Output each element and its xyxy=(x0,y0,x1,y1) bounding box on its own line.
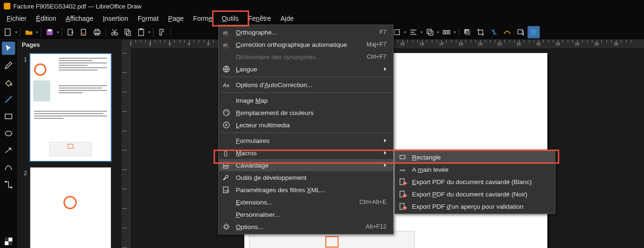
menu-item-label: Rectangle xyxy=(412,154,548,161)
abc-icon: ab xyxy=(222,27,231,37)
window-title: Facture F905EG53402.pdf — LibreOffice Dr… xyxy=(13,3,142,10)
page-thumbnail[interactable]: 1 xyxy=(21,54,119,161)
export-pdf-button[interactable]: PDF xyxy=(78,26,90,38)
menu-aide[interactable]: Aide xyxy=(276,13,298,24)
menu-item-label: Options... xyxy=(236,223,350,230)
fill-tool[interactable] xyxy=(2,76,15,89)
page-thumbnails: 1 2 xyxy=(18,50,122,248)
menu-affichage[interactable]: Affichage xyxy=(61,13,98,24)
menu-page[interactable]: Page xyxy=(163,13,188,24)
menu-item-export-pdf-d-un-aper-u-pour-validation[interactable]: PDFExport PDF d'un aperçu pour validatio… xyxy=(395,200,555,213)
new-doc-button[interactable] xyxy=(2,26,14,38)
menu-édition[interactable]: Édition xyxy=(31,13,61,24)
line-tool[interactable] xyxy=(2,93,15,106)
pdf-icon: PDF xyxy=(398,202,407,211)
menu-item-orthographe[interactable]: abOrthographe...F7 xyxy=(219,26,393,38)
menu-insertion[interactable]: Insertion xyxy=(98,13,133,24)
connector-tool[interactable] xyxy=(2,178,15,191)
menu-item-personnaliser[interactable]: Personnaliser... xyxy=(219,208,393,221)
menu-outils[interactable]: Outils xyxy=(217,13,243,24)
menu-item-remplacement-de-couleurs[interactable]: Remplacement de couleurs xyxy=(219,106,393,119)
submenu-arrow-icon xyxy=(384,163,386,167)
ellipse-tool[interactable] xyxy=(2,127,15,140)
xml-icon: XML xyxy=(222,185,231,195)
menu-item-a-main-lev-e[interactable]: A main levée xyxy=(395,163,555,176)
checker-tool[interactable] xyxy=(2,235,15,248)
page-number: 1 xyxy=(24,56,27,63)
print-button[interactable] xyxy=(91,26,103,38)
paste-button[interactable] xyxy=(135,26,147,38)
curve-tool[interactable] xyxy=(2,161,15,174)
play-icon xyxy=(222,120,231,130)
menu-fichier[interactable]: Fichier xyxy=(2,13,31,24)
svg-point-28 xyxy=(5,181,7,183)
svg-point-29 xyxy=(10,186,12,188)
extrusion-button[interactable] xyxy=(514,26,527,38)
arrow-tool[interactable] xyxy=(2,144,15,157)
menu-item-dictionnaire-des-synonymes: Dictionnaire des synonymes...Ctrl+F7 xyxy=(219,51,393,63)
gluepoints-button[interactable] xyxy=(501,26,513,38)
menu-item-export-pdf-du-document-caviard-blanc[interactable]: PDFExport PDF du document caviardé (Blan… xyxy=(395,176,555,188)
menu-item-label: Outils de développement xyxy=(236,174,386,181)
menu-item-accelerator: Alt+F12 xyxy=(366,223,386,230)
menu-item-extensions[interactable]: Extensions...Ctrl+Alt+E xyxy=(219,196,393,208)
menu-forme[interactable]: Forme xyxy=(188,13,217,24)
menu-item-options[interactable]: Options...Alt+F12 xyxy=(219,221,393,233)
menu-item-langue[interactable]: Langue xyxy=(219,63,393,75)
vertical-ruler xyxy=(122,48,131,248)
clone-format-button[interactable] xyxy=(156,26,168,38)
menu-item-caviardage[interactable]: Caviardage xyxy=(219,159,393,171)
svg-rect-32 xyxy=(9,241,12,245)
menu-item-correction-orthographique-automatique[interactable]: abCorrection orthographique automatiqueM… xyxy=(219,38,393,51)
menu-item-label: Langue xyxy=(236,66,371,73)
arrange-button[interactable] xyxy=(424,26,436,38)
svg-text:{}: {} xyxy=(224,150,228,157)
menu-item-label: Image Map xyxy=(236,97,386,104)
menu-fenêtre[interactable]: Fenêtre xyxy=(243,13,276,24)
filter-button[interactable] xyxy=(488,26,500,38)
svg-rect-22 xyxy=(465,30,470,35)
svg-point-47 xyxy=(224,225,228,228)
menu-item-options-d-autocorrection[interactable]: AaOptions d'AutoCorrection... xyxy=(219,79,393,91)
pages-header: Pages xyxy=(18,40,122,50)
submenu-arrow-icon xyxy=(384,139,386,142)
svg-rect-44 xyxy=(224,165,227,167)
export-button[interactable] xyxy=(64,26,77,38)
svg-rect-15 xyxy=(394,29,400,35)
svg-rect-13 xyxy=(140,28,142,30)
svg-rect-5 xyxy=(94,31,100,34)
svg-rect-12 xyxy=(139,29,144,35)
menu-item-lecteur-multimedia[interactable]: Lecteur multimedia xyxy=(219,119,393,131)
menu-item-export-pdf-du-document-caviard-noir[interactable]: PDFExport PDF du document caviardé (Noir… xyxy=(395,188,555,200)
menu-item-param-trages-des-filtres-xml[interactable]: XMLParamétrages des filtres XML... xyxy=(219,184,393,196)
shadow-button[interactable] xyxy=(461,26,474,38)
menu-item-outils-de-d-veloppement[interactable]: Outils de développement xyxy=(219,171,393,184)
logo-icon xyxy=(34,63,46,76)
select-tool[interactable] xyxy=(2,42,15,55)
align-button[interactable] xyxy=(407,26,420,38)
menu-item-image-map[interactable]: Image Map xyxy=(219,94,393,106)
pencil-tool[interactable] xyxy=(2,59,15,72)
cut-button[interactable] xyxy=(108,26,121,38)
menu-format[interactable]: Format xyxy=(133,13,163,24)
menu-item-rectangle[interactable]: Rectangle xyxy=(395,151,555,163)
menu-bar: FichierÉditionAffichageInsertionFormatPa… xyxy=(0,12,644,25)
blank-icon xyxy=(222,96,231,105)
globe-icon xyxy=(222,64,231,74)
menu-item-macros[interactable]: {}Macros xyxy=(219,147,393,159)
distribute-button[interactable] xyxy=(440,26,453,38)
copy-button[interactable] xyxy=(122,26,134,38)
page-thumbnail[interactable]: 2 xyxy=(21,168,119,248)
svg-rect-18 xyxy=(443,30,445,34)
save-button[interactable] xyxy=(44,26,56,38)
svg-point-40 xyxy=(227,113,228,114)
menu-item-formulaires[interactable]: Formulaires xyxy=(219,134,393,147)
rectangle-tool[interactable] xyxy=(2,110,15,123)
svg-text:ab: ab xyxy=(223,43,228,47)
open-button[interactable] xyxy=(23,26,35,38)
menu-item-accelerator: F7 xyxy=(379,29,386,35)
abc-icon: ab xyxy=(222,40,231,49)
svg-rect-26 xyxy=(5,114,12,119)
draw-functions-button[interactable] xyxy=(528,26,540,38)
crop-button[interactable] xyxy=(474,26,487,38)
